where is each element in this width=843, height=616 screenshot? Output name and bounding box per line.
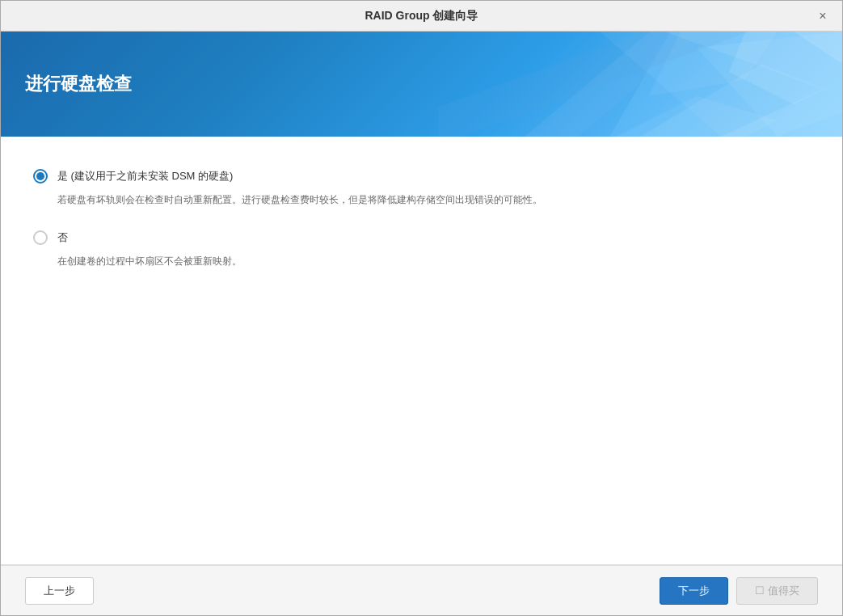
option-no-label-row: 否 — [33, 230, 810, 245]
content-area: 是 (建议用于之前未安装 DSM 的硬盘) 若硬盘有坏轨则会在检查时自动重新配置… — [1, 137, 842, 564]
close-button[interactable]: × — [815, 8, 831, 24]
option-yes-label-row: 是 (建议用于之前未安装 DSM 的硬盘) — [33, 169, 810, 184]
title-bar: RAID Group 创建向导 × — [1, 1, 842, 32]
footer: 上一步 下一步 ☐ 值得买 — [1, 565, 842, 615]
back-button[interactable]: 上一步 — [25, 577, 94, 605]
option-no-item: 否 在创建卷的过程中坏扇区不会被重新映射。 — [33, 230, 810, 269]
option-yes-description: 若硬盘有坏轨则会在检查时自动重新配置。进行硬盘检查费时较长，但是将降低建构存储空… — [57, 192, 810, 208]
banner-decoration — [438, 32, 842, 137]
cancel-button: ☐ 值得买 — [736, 577, 818, 605]
footer-left: 上一步 — [25, 577, 94, 605]
option-yes-label: 是 (建议用于之前未安装 DSM 的硬盘) — [57, 169, 233, 184]
option-group: 是 (建议用于之前未安装 DSM 的硬盘) 若硬盘有坏轨则会在检查时自动重新配置… — [33, 169, 810, 293]
option-no-label: 否 — [57, 230, 68, 245]
option-no-description: 在创建卷的过程中坏扇区不会被重新映射。 — [57, 253, 810, 269]
radio-yes[interactable] — [33, 169, 48, 184]
page-title: 进行硬盘检查 — [25, 72, 132, 96]
radio-no[interactable] — [33, 230, 48, 245]
dialog: RAID Group 创建向导 × 进行硬盘检查 — [0, 0, 843, 616]
header-banner: 进行硬盘检查 — [1, 32, 842, 137]
dialog-title: RAID Group 创建向导 — [365, 9, 478, 23]
next-button[interactable]: 下一步 — [660, 577, 728, 605]
footer-right: 下一步 ☐ 值得买 — [660, 577, 818, 605]
option-yes-item: 是 (建议用于之前未安装 DSM 的硬盘) 若硬盘有坏轨则会在检查时自动重新配置… — [33, 169, 810, 208]
